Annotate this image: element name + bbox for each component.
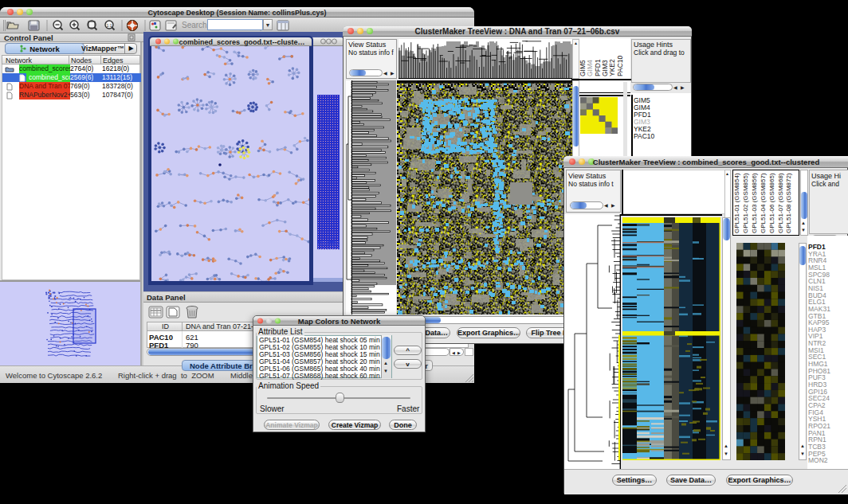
svg-text:1:1: 1:1	[107, 23, 112, 28]
